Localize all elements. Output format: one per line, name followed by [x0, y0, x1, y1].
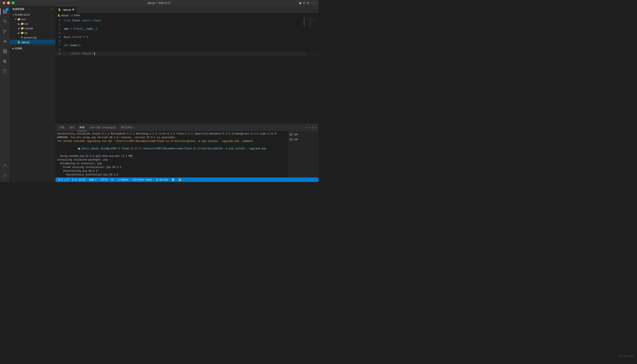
tree-item-bin[interactable]: ▶ 📁 bin	[10, 22, 55, 26]
activity-search[interactable]	[0, 16, 10, 26]
code-line-8: 8	[56, 47, 319, 52]
terminal-line: WARNING: You are using pip version 20.2.…	[57, 136, 286, 140]
activity-testing[interactable]	[0, 56, 10, 66]
timeline-label: 时间线	[15, 47, 22, 50]
activity-settings[interactable]	[0, 170, 10, 180]
terminal-line: Attempting to uninstall: pip	[57, 162, 286, 166]
panel-tab-terminal[interactable]: 终端	[77, 124, 87, 131]
activity-bottom	[0, 160, 10, 182]
tree-label-include: include	[25, 27, 33, 30]
line-ending-label: LF	[111, 178, 114, 181]
maximize-button[interactable]	[12, 2, 15, 4]
code-line-5: 5 @app.route("/")	[56, 35, 319, 39]
status-broadcast-icon[interactable]: 📡	[171, 178, 176, 182]
activity-notebook[interactable]	[0, 66, 10, 76]
code-line-4: 4	[56, 31, 319, 35]
status-bell-icon[interactable]: 🔔	[178, 178, 182, 182]
encoding-label: UTF-8	[100, 178, 107, 181]
cursor-position-label: 行 9，列 20	[72, 178, 85, 182]
window-title: app.py — flask-11.27	[148, 2, 171, 4]
line-num-7: 7	[56, 44, 64, 47]
tree-item-env[interactable]: ▼ 📁 env	[10, 17, 55, 22]
terminal-shell-1[interactable]: ⊡ zsh	[288, 132, 319, 137]
py-file-icon: 🐍	[18, 40, 21, 44]
tree-root-flask[interactable]: ▼ FLASK-11.27	[10, 12, 55, 17]
folder-icon-include: 📁	[21, 27, 24, 30]
tree-arrow-bin: ▶	[18, 23, 21, 25]
minimap-lines	[306, 18, 319, 28]
minimap-line	[307, 18, 315, 19]
tab-apppy[interactable]: 🐍 app.py	[56, 6, 77, 13]
panel-body: Successfully installed Jinja2-3.1.2 Mark…	[56, 131, 319, 178]
svg-point-0	[4, 20, 6, 22]
activity-extensions[interactable]	[0, 46, 10, 56]
status-cursor-position[interactable]: 行 9，列 20	[71, 178, 86, 182]
timeline-header[interactable]: ▶ 时间线	[10, 46, 55, 51]
panel-close-icon[interactable]: ✕	[315, 126, 317, 129]
svg-point-15	[4, 175, 6, 176]
line-num-9: 9	[56, 52, 64, 55]
panel-down-icon[interactable]: ∨	[308, 126, 310, 129]
titlebar: app.py — flask-11.27 ▣ ⊟ ⊞ ···	[0, 0, 319, 6]
panel-tab-actions: + ∨ ∧ ✕	[305, 126, 317, 129]
status-errors-warnings[interactable]: ⓪ 0 △ 0	[57, 178, 69, 182]
status-python-env[interactable]: 3.9.4 ('env': venv)	[131, 178, 153, 182]
activity-source-control[interactable]	[0, 26, 10, 36]
editor-scrollbar-thumb[interactable]	[304, 18, 304, 26]
activity-bar: 1	[0, 6, 10, 182]
sidebar-header-icons: ···	[50, 8, 53, 11]
terminal-main[interactable]: Successfully installed Jinja2-3.1.2 Mark…	[56, 131, 287, 178]
code-editor[interactable]: 1 from flask import Flask 2 3 app = Flas…	[56, 18, 319, 124]
panel-tab-output[interactable]: 输出	[67, 124, 77, 131]
tree-item-pyvenv[interactable]: ⚙ pyvenv.cfg	[10, 35, 55, 40]
editor-panel-wrapper: 1 from flask import Flask 2 3 app = Flas…	[56, 18, 319, 178]
tree-item-include[interactable]: ▶ 📁 include	[10, 26, 55, 30]
tree-arrow-include: ▶	[18, 27, 21, 30]
svg-rect-5	[6, 40, 7, 43]
sidebar-more-icon[interactable]: ···	[50, 8, 53, 11]
explorer-badge: 1	[6, 8, 9, 11]
more-actions-icon[interactable]: ···	[311, 1, 316, 4]
layout-icon[interactable]: ▣	[299, 1, 301, 5]
line-content-5: @app.route("/")	[64, 36, 88, 39]
status-indent[interactable]: 空格: 4	[88, 178, 97, 182]
tree-arrow-env: ▼	[14, 18, 18, 20]
split-editor-icon[interactable]: ⊟	[303, 1, 305, 5]
status-line-ending[interactable]: LF	[110, 178, 115, 182]
panel-tab-jupyter[interactable]: JUPYTER: VARIABLES	[87, 124, 118, 131]
status-language[interactable]: { } Python	[117, 178, 129, 182]
tab-modified-dot	[73, 9, 74, 10]
code-line-6: 6	[56, 39, 319, 43]
tab-bar: 🐍 app.py	[56, 6, 319, 13]
breadcrumb-file[interactable]: 🐍 app.py	[58, 14, 69, 17]
status-encoding[interactable]: UTF-8	[99, 178, 108, 182]
layout2-icon[interactable]: ⊞	[307, 1, 309, 5]
activity-run[interactable]	[0, 36, 10, 46]
panel-up-icon[interactable]: ∧	[312, 126, 313, 129]
panel-tab-debug[interactable]: 调试控制台	[118, 124, 136, 131]
minimize-button[interactable]	[7, 2, 10, 4]
editor-scrollbar-track	[304, 18, 304, 124]
breadcrumb-symbol[interactable]: ⬡ home	[71, 14, 80, 17]
close-button[interactable]	[3, 2, 6, 4]
terminal-shell-2[interactable]: ⊡ zsh	[288, 137, 319, 142]
folder-icon-bin: 📁	[21, 22, 24, 25]
svg-rect-8	[3, 52, 5, 53]
status-go-live[interactable]: ⚡ Go Live	[155, 178, 169, 182]
minimap-line	[307, 22, 313, 23]
panel-tab-problems[interactable]: 问题	[57, 124, 67, 131]
line-num-8: 8	[56, 48, 64, 51]
line-num-1: 1	[56, 19, 64, 22]
panel-add-icon[interactable]: +	[305, 126, 307, 129]
minimap	[306, 18, 319, 124]
activity-account[interactable]	[0, 160, 10, 170]
tab-py-icon: 🐍	[58, 8, 61, 11]
activity-explorer[interactable]: 1	[0, 6, 10, 16]
text-cursor	[94, 52, 95, 55]
tree-item-apppy[interactable]: 🐍 app.py	[10, 40, 55, 44]
tab-filename: app.py	[63, 8, 71, 11]
language-icon: { }	[118, 178, 120, 181]
terminal-shell-label-1: zsh	[294, 133, 298, 136]
tree-item-lib[interactable]: ▶ 📁 lib	[10, 30, 55, 35]
terminal-line: Found existing installation: pip 20.2.3	[57, 166, 286, 169]
